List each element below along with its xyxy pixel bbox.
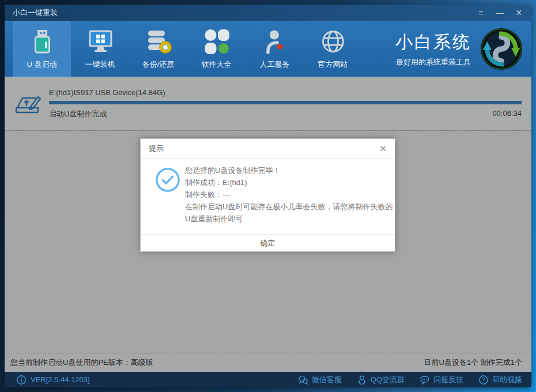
dialog-line: 您选择的U盘设备制作完毕！ xyxy=(185,164,394,176)
help-video-link[interactable]: ? 帮助视频 xyxy=(478,375,522,385)
monitor-windows-icon xyxy=(87,28,114,55)
brand-text: 小白系统 最好用的系统重装工具 xyxy=(395,31,471,67)
tab-usb-boot[interactable]: U 盘启动 xyxy=(13,21,71,77)
feedback-link[interactable]: 问题反馈 xyxy=(420,375,463,385)
nav-bar: U 盘启动 一键装机 xyxy=(5,21,531,77)
svg-text:?: ? xyxy=(482,376,485,383)
tab-label: 一键装机 xyxy=(85,59,115,70)
tab-one-click-install[interactable]: 一键装机 xyxy=(71,21,129,77)
dialog-close-icon[interactable]: ✕ xyxy=(379,144,387,153)
qq-icon xyxy=(357,375,367,385)
window-title: 小白一键重装 xyxy=(13,7,58,18)
clover-apps-icon xyxy=(203,28,230,55)
tab-official-site[interactable]: 官方网站 xyxy=(304,21,362,77)
usb-drive-icon xyxy=(29,28,55,55)
tab-software[interactable]: 软件大全 xyxy=(187,21,246,77)
footer-link-label: 帮助视频 xyxy=(492,375,522,385)
wechat-icon xyxy=(298,375,308,385)
version-info: VER[2.5.44.1203] xyxy=(16,375,90,385)
wechat-support-link[interactable]: 微信客服 xyxy=(298,375,342,385)
tab-support[interactable]: 人工服务 xyxy=(246,21,304,77)
minimize-icon[interactable]: — xyxy=(495,9,504,17)
footer-link-label: 问题反馈 xyxy=(433,375,463,385)
refresh-arrows-logo-icon xyxy=(480,27,523,71)
database-coin-icon xyxy=(145,28,172,55)
help-circle-icon: ? xyxy=(478,375,489,385)
dialog-line: 制作失败：--- xyxy=(185,189,394,201)
dialog-title: 提示 xyxy=(149,144,164,154)
menu-icon[interactable]: ≡ xyxy=(476,9,485,17)
confirm-button[interactable]: 确定 xyxy=(141,234,395,251)
tab-label: 官方网站 xyxy=(318,59,348,70)
footer-link-label: 微信客服 xyxy=(312,375,342,385)
app-window: 小白一键重装 ≡ — ✕ U 盘启动 xyxy=(5,5,531,387)
version-text: VER[2.5.44.1203] xyxy=(31,375,90,384)
dialog-line: 在制作启动U盘时可能存在极小几率会失败，请您将制作失败的U盘重新制作即可 xyxy=(185,201,394,225)
tab-label: U 盘启动 xyxy=(27,59,57,70)
tab-label: 软件大全 xyxy=(202,59,232,70)
window-controls: ≡ — ✕ xyxy=(476,9,523,17)
result-dialog: 提示 ✕ 您选择的U盘设备制作完毕！ 制作成功：E:(hd1) 制作失败：---… xyxy=(140,138,395,252)
brand-tagline: 最好用的系统重装工具 xyxy=(395,57,471,67)
globe-icon xyxy=(320,28,346,55)
footer-bar: VER[2.5.44.1203] 微信客服 xyxy=(5,372,531,387)
brand-name: 小白系统 xyxy=(395,31,471,54)
close-icon[interactable]: ✕ xyxy=(514,9,523,17)
info-icon xyxy=(16,375,27,385)
feedback-bubble-icon xyxy=(420,375,430,385)
title-bar: 小白一键重装 ≡ — ✕ xyxy=(5,5,531,21)
person-heart-icon xyxy=(262,28,288,55)
dialog-message: 您选择的U盘设备制作完毕！ 制作成功：E:(hd1) 制作失败：--- 在制作启… xyxy=(185,164,394,225)
tab-label: 备份/还原 xyxy=(142,59,175,70)
qq-group-link[interactable]: QQ交流群 xyxy=(357,375,405,385)
footer-link-label: QQ交流群 xyxy=(371,375,405,385)
footer-links: 微信客服 QQ交流群 xyxy=(298,375,522,385)
tab-backup-restore[interactable]: 备份/还原 xyxy=(129,21,187,77)
tab-label: 人工服务 xyxy=(260,59,290,70)
check-circle-icon xyxy=(154,167,181,193)
dialog-line: 制作成功：E:(hd1) xyxy=(185,176,394,189)
brand-block: 小白系统 最好用的系统重装工具 xyxy=(395,21,523,77)
dialog-title-bar: 提示 ✕ xyxy=(141,139,395,159)
